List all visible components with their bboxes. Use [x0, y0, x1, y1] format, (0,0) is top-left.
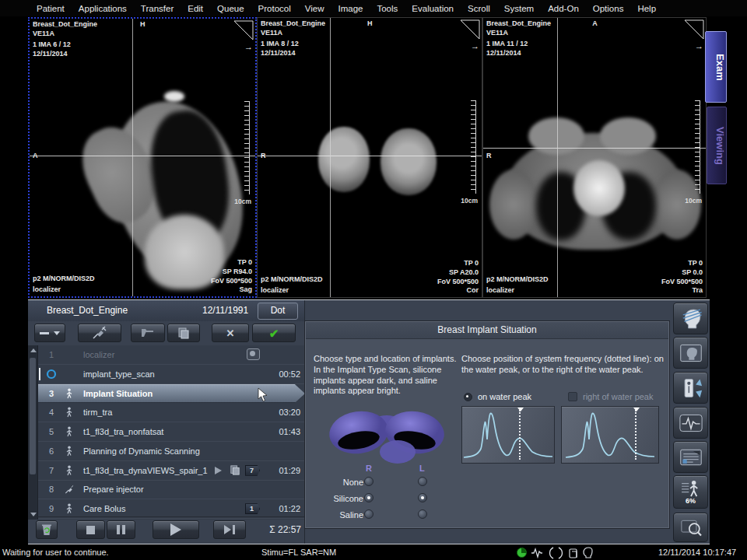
copy-step-button[interactable] — [167, 324, 200, 342]
step-status-cell — [38, 369, 65, 380]
protocol-card-button[interactable] — [673, 441, 708, 473]
user-interaction-icon — [65, 426, 74, 437]
radio-saline-left[interactable] — [418, 509, 427, 519]
crosshair-vertical[interactable] — [557, 18, 558, 297]
radio-right-of-water-peak[interactable] — [568, 392, 577, 401]
menu-image[interactable]: Image — [331, 4, 370, 13]
tab-exam[interactable]: Exam — [705, 31, 727, 103]
queue-row-prepare-injector[interactable]: 8 Prepare injector — [38, 481, 305, 500]
syringe-icon — [92, 326, 107, 340]
close-icon: ✕ — [226, 328, 235, 338]
play-step-icon[interactable] — [215, 467, 222, 474]
status-bar: Waiting for user to continue. Stimu=FL S… — [0, 545, 747, 560]
menu-edit[interactable]: Edit — [181, 4, 210, 13]
scale-ruler — [471, 100, 476, 194]
crosshair-horizontal[interactable] — [483, 148, 706, 149]
discard-button[interactable] — [36, 520, 58, 539]
copy-pages-icon[interactable] — [230, 465, 240, 475]
patient-name: Breast_Dot_Engine — [47, 305, 128, 316]
inline-display-button[interactable] — [673, 513, 708, 542]
step-icon-cell — [65, 388, 83, 399]
dot-workflow-button[interactable]: Dot — [258, 303, 298, 320]
viewport-sagittal[interactable]: Breast_Dot_Engine VE11A 1 IMA 6 / 12 12/… — [28, 17, 257, 298]
on-water-peak-label: on water peak — [478, 392, 531, 401]
system-datetime: 12/11/2014 10:17:47 — [658, 548, 736, 557]
on-water-peak-option[interactable]: on water peak — [464, 392, 531, 401]
radio-silicone-left[interactable] — [418, 493, 427, 502]
queue-row-tirm-tra[interactable]: 4 tirm_tra 03:20 — [38, 403, 305, 422]
menu-options[interactable]: Options — [586, 4, 631, 13]
crosshair-horizontal[interactable] — [30, 156, 255, 156]
injector-button[interactable] — [78, 324, 121, 342]
menu-transfer[interactable]: Transfer — [134, 4, 181, 13]
spectrum-on-water-peak — [461, 406, 555, 464]
radio-none-left[interactable] — [418, 477, 427, 486]
menu-addon[interactable]: Add-On — [541, 4, 586, 13]
confirm-step-button[interactable]: ✔ — [252, 324, 296, 342]
menu-scroll[interactable]: Scroll — [461, 4, 497, 13]
viewport-corner-widget[interactable] — [460, 19, 480, 43]
viewport-transverse[interactable]: Breast_Dot_Engine VE11A 1 IMA 11 / 12 12… — [482, 17, 707, 298]
patient-bar: Breast_Dot_Engine 12/11/1991 Dot — [28, 300, 304, 321]
scroll-arrow-icon[interactable]: → — [471, 41, 479, 51]
plane-label: Sag — [211, 285, 252, 295]
menu-protocol[interactable]: Protocol — [251, 4, 298, 13]
scroll-arrow-icon[interactable]: → — [695, 41, 703, 51]
radio-none-right[interactable] — [364, 477, 374, 486]
right-of-water-peak-option[interactable]: right of water peak — [568, 392, 654, 401]
step-time: 01:43 — [265, 427, 305, 436]
brace-open-icon — [547, 547, 554, 559]
play-button[interactable] — [153, 520, 199, 539]
viewport-corner-widget[interactable] — [684, 19, 704, 43]
pause-button[interactable] — [107, 520, 135, 539]
list-scrollbar[interactable] — [28, 345, 38, 520]
field-of-view: FoV 500*500 — [211, 277, 252, 286]
skip-button[interactable] — [213, 520, 246, 539]
protocol-card-icon — [679, 448, 703, 467]
queue-row-t1-fl3d-tra-dynaviews[interactable]: 7 t1_fl3d_tra_dynaVIEWS_spair_1 7 01:29 — [38, 461, 305, 481]
scroll-up-icon[interactable] — [30, 348, 37, 352]
menu-tools[interactable]: Tools — [370, 4, 405, 13]
menu-view[interactable]: View — [298, 4, 331, 13]
menu-queue[interactable]: Queue — [210, 4, 251, 13]
viewport-coronal[interactable]: Breast_Dot_Engine VE11A 1 IMA 8 / 12 12/… — [257, 17, 482, 298]
queue-row-planning-dynamic[interactable]: 6 Planning of Dynamic Scanning — [38, 442, 305, 461]
radio-on-water-peak[interactable] — [464, 393, 472, 401]
step-number: 6 — [38, 446, 65, 456]
insert-step-split-button[interactable] — [34, 324, 65, 342]
radio-silicone-right[interactable] — [364, 493, 374, 502]
menu-applications[interactable]: Applications — [72, 4, 134, 13]
image-view-button[interactable] — [673, 337, 708, 369]
menu-patient[interactable]: Patient — [30, 4, 72, 13]
radio-saline-right[interactable] — [364, 509, 374, 519]
head-slices-button[interactable] — [673, 303, 708, 334]
scrollbar-thumb[interactable] — [30, 358, 36, 474]
physio-signal-button[interactable] — [673, 407, 708, 439]
tab-viewing[interactable]: Viewing — [707, 107, 727, 184]
right-of-water-peak-label: right of water peak — [583, 392, 654, 401]
crosshair-vertical[interactable] — [132, 19, 133, 296]
menu-system[interactable]: System — [497, 4, 541, 13]
mri-image-transverse — [483, 18, 706, 297]
crosshair-vertical[interactable] — [330, 18, 331, 297]
crosshair-horizontal[interactable] — [258, 156, 482, 156]
open-folder-button[interactable] — [131, 324, 165, 342]
left-side-label: L — [419, 464, 425, 473]
viewport3-software: VE11A — [486, 29, 551, 38]
step-icon-cell — [65, 426, 83, 437]
dialog-title: Breast Implant Situation — [306, 322, 668, 339]
scroll-arrow-icon[interactable]: → — [244, 42, 253, 51]
viewport-corner-widget[interactable] — [233, 20, 254, 44]
cancel-step-button[interactable]: ✕ — [212, 324, 249, 342]
sar-level-button[interactable]: 6% — [673, 475, 708, 509]
sequence-name: localizer — [33, 285, 95, 295]
queue-row-t1-fl3d-tra-nonfatsat[interactable]: 5 t1_fl3d_tra_nonfatsat 01:43 — [38, 422, 305, 442]
menu-help[interactable]: Help — [630, 4, 663, 13]
menu-evaluation[interactable]: Evaluation — [405, 4, 461, 13]
repetition-badge: 7 — [245, 465, 260, 476]
queue-row-localizer[interactable]: 1 localizer — [38, 345, 305, 365]
stop-button[interactable] — [76, 520, 105, 539]
viewport3-ima: 1 IMA 11 / 12 — [486, 40, 551, 49]
table-position-button[interactable] — [673, 372, 708, 404]
queue-row-implant-type-scan[interactable]: implant_type_scan 00:52 — [38, 365, 305, 384]
